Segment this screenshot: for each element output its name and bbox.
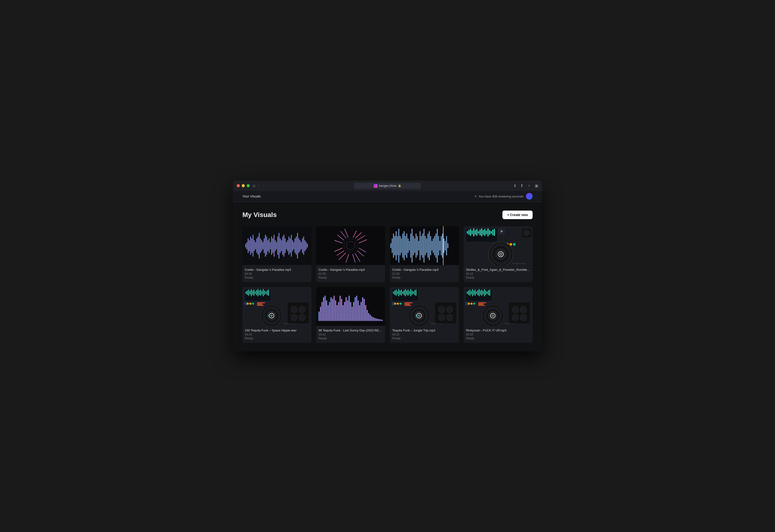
- visual-card[interactable]: Banger.Show Rickyxsan - FUCK IT UP.mp3 0…: [464, 287, 533, 343]
- svg-rect-77: [397, 236, 398, 255]
- svg-rect-6: [253, 234, 253, 256]
- titlebar: ⊞ ‹ banger.show 🔒 ⬇ ⬆ ＋ ▣: [233, 180, 542, 191]
- svg-rect-46: [302, 238, 303, 253]
- svg-point-277: [447, 314, 453, 321]
- svg-rect-20: [270, 242, 271, 249]
- svg-rect-32: [285, 238, 285, 253]
- visual-card[interactable]: 88 Tequila Funk - Last Sunny Day (2023 R…: [316, 287, 385, 343]
- svg-point-299: [468, 303, 470, 305]
- svg-rect-288: [478, 290, 478, 295]
- svg-point-275: [447, 307, 453, 313]
- svg-rect-96: [422, 233, 423, 258]
- svg-rect-100: [428, 233, 428, 258]
- minimize-button[interactable]: [242, 184, 245, 187]
- svg-rect-284: [472, 289, 473, 296]
- svg-rect-286: [475, 290, 476, 296]
- svg-rect-12: [260, 238, 261, 253]
- close-button[interactable]: [237, 184, 240, 187]
- svg-rect-167: [261, 291, 262, 295]
- url-bar[interactable]: banger.show 🔒: [354, 183, 421, 189]
- app-window: ⊞ ‹ banger.show 🔒 ⬇ ⬆ ＋ ▣ Your Visuals ✦…: [233, 180, 542, 352]
- svg-rect-218: [355, 297, 355, 321]
- card-duration: 00:35: [245, 333, 309, 336]
- svg-rect-211: [344, 302, 345, 321]
- svg-rect-254: [413, 292, 414, 294]
- svg-rect-178: [257, 304, 262, 304]
- svg-rect-304: [478, 305, 485, 306]
- svg-rect-42: [297, 233, 298, 258]
- svg-rect-26: [277, 236, 278, 255]
- visual-card[interactable]: Banger.Show Tequila Funk – Jungle Trip.m…: [390, 287, 459, 343]
- new-tab-icon[interactable]: ＋: [527, 183, 531, 188]
- svg-rect-84: [406, 233, 407, 258]
- download-icon[interactable]: ⬇: [513, 183, 517, 188]
- svg-rect-280: [467, 292, 468, 294]
- back-icon[interactable]: ‹: [258, 184, 259, 188]
- svg-rect-273: [435, 303, 456, 324]
- visuals-grid: Coolio - Gangsta-'s Paradise.mp3 00:30 R…: [242, 226, 533, 343]
- svg-rect-125: [477, 229, 478, 236]
- svg-rect-172: [268, 290, 269, 296]
- card-duration: 01:00: [318, 272, 383, 276]
- card-info: Tequila Funk – Jungle Trip.mp3 00:15 Rea…: [390, 326, 459, 343]
- visual-card[interactable]: Coolio - Gangsta-'s Paradise.mp3 01:00 R…: [316, 226, 385, 282]
- svg-rect-102: [430, 236, 431, 255]
- svg-rect-196: [321, 302, 322, 321]
- visual-card[interactable]: Banger.Show 150 Tequila Funk – Space Hip…: [242, 287, 311, 343]
- visual-card[interactable]: Banger.Show Skrillex_&_Fred_Again_&_Flow…: [464, 226, 533, 282]
- svg-point-274: [439, 307, 445, 313]
- svg-rect-244: [400, 291, 401, 295]
- svg-rect-295: [487, 292, 488, 294]
- svg-rect-245: [401, 290, 402, 296]
- card-filename: Coolio - Gangsta-'s Paradise.mp3: [245, 268, 309, 272]
- visual-card[interactable]: Coolio - Gangsta-'s Paradise.mp3 00:30 R…: [242, 226, 311, 282]
- svg-rect-37: [291, 234, 292, 256]
- svg-rect-202: [331, 297, 331, 321]
- svg-rect-76: [396, 231, 397, 260]
- maximize-button[interactable]: [247, 184, 250, 187]
- card-thumbnail: Banger.Show: [464, 287, 533, 326]
- svg-rect-11: [259, 233, 259, 258]
- svg-point-301: [473, 303, 475, 305]
- svg-rect-78: [399, 229, 399, 263]
- svg-rect-75: [395, 236, 395, 255]
- svg-rect-114: [446, 236, 447, 255]
- traffic-lights: [237, 184, 250, 187]
- svg-line-64: [334, 248, 342, 251]
- user-avatar[interactable]: [526, 193, 533, 199]
- svg-rect-115: [448, 243, 448, 248]
- share-icon[interactable]: ⬆: [520, 183, 523, 188]
- tabs-icon[interactable]: ▣: [535, 183, 538, 188]
- svg-rect-13: [261, 240, 262, 251]
- svg-rect-40: [295, 238, 295, 253]
- svg-line-58: [357, 251, 364, 256]
- svg-line-52: [353, 230, 356, 237]
- card-status: Ready: [392, 276, 457, 279]
- svg-rect-24: [275, 240, 276, 251]
- svg-line-60: [352, 254, 355, 263]
- svg-rect-209: [341, 299, 342, 321]
- svg-text:Banger.Show: Banger.Show: [513, 262, 526, 264]
- create-new-button[interactable]: + Create new: [503, 210, 533, 219]
- svg-rect-189: [287, 303, 309, 324]
- svg-rect-28: [280, 238, 280, 253]
- svg-rect-161: [253, 290, 254, 296]
- svg-point-316: [512, 314, 519, 321]
- svg-rect-205: [335, 301, 336, 321]
- svg-rect-240: [395, 291, 395, 295]
- visual-card[interactable]: Coolio - Gangsta-'s Paradise.mp3 01:00 R…: [390, 226, 459, 282]
- svg-rect-27: [278, 233, 279, 258]
- svg-rect-168: [263, 289, 263, 296]
- svg-rect-107: [437, 229, 438, 263]
- svg-rect-136: [494, 229, 495, 236]
- svg-line-55: [359, 239, 367, 243]
- svg-point-141: [513, 243, 516, 245]
- sidebar-toggle-icon[interactable]: ⊞: [253, 184, 255, 188]
- svg-rect-80: [401, 238, 402, 253]
- svg-rect-94: [420, 231, 420, 260]
- svg-rect-255: [415, 290, 415, 295]
- svg-rect-217: [353, 302, 354, 321]
- svg-rect-302: [478, 303, 486, 303]
- titlebar-actions: ⬇ ⬆ ＋ ▣: [513, 183, 538, 188]
- svg-point-315: [520, 307, 527, 313]
